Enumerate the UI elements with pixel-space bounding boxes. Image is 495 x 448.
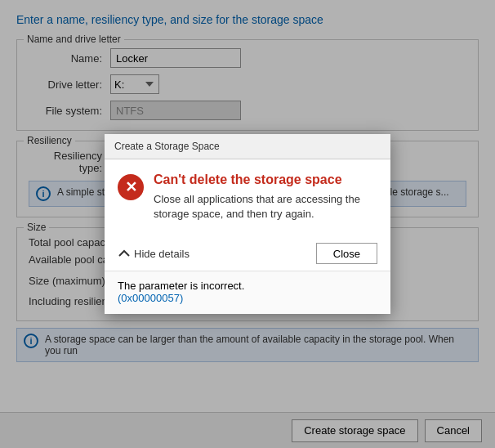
close-modal-button[interactable]: Close: [316, 243, 377, 264]
details-toggle-label: Hide details: [134, 248, 190, 260]
modal-content: Can't delete the storage space Close all…: [154, 172, 377, 222]
modal-titlebar: Create a Storage Space: [105, 134, 390, 159]
hide-details-button[interactable]: Hide details: [118, 247, 190, 260]
modal-overlay: Create a Storage Space ✕ Can't delete th…: [0, 0, 495, 448]
modal-titlebar-text: Create a Storage Space: [114, 141, 220, 152]
details-box: The parameter is incorrect. (0x00000057): [105, 271, 390, 314]
modal-dialog: Create a Storage Space ✕ Can't delete th…: [105, 134, 390, 314]
error-param-text: The parameter is incorrect.: [118, 280, 377, 292]
error-code-text: (0x00000057): [118, 292, 377, 304]
error-icon: ✕: [118, 174, 144, 200]
main-panel: Enter a name, resiliency type, and size …: [0, 0, 495, 448]
modal-header-row: ✕ Can't delete the storage space Close a…: [118, 172, 377, 222]
modal-body: ✕ Can't delete the storage space Close a…: [105, 159, 390, 238]
modal-actions: Hide details Close: [105, 238, 390, 271]
modal-title: Can't delete the storage space: [154, 172, 377, 187]
chevron-up-icon: [118, 247, 131, 260]
modal-message: Close all applications that are accessin…: [154, 192, 377, 222]
